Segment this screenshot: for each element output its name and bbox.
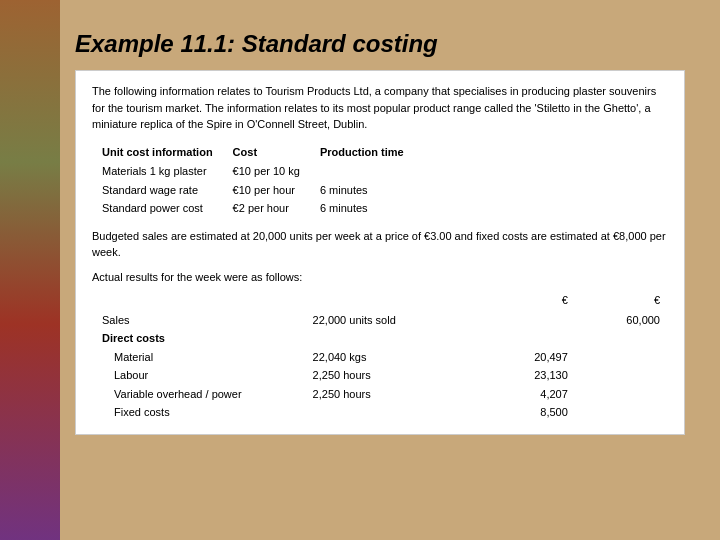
results-row: Direct costs (102, 329, 668, 348)
results-label: Fixed costs (102, 403, 313, 422)
results-qty: 22,040 kgs (313, 348, 484, 367)
results-col2-val (576, 329, 668, 348)
budget-text: Budgeted sales are estimated at 20,000 u… (92, 228, 668, 261)
results-col0 (102, 291, 313, 311)
unit-cost-row: Standard power cost€2 per hour6 minutes (102, 199, 424, 218)
results-col2-val (576, 385, 668, 404)
results-row: Labour2,250 hours23,130 (102, 366, 668, 385)
results-row: Material22,040 kgs20,497 (102, 348, 668, 367)
results-qty: 2,250 hours (313, 385, 484, 404)
uc-row-cost: €10 per 10 kg (233, 162, 320, 181)
results-label: Sales (102, 311, 313, 330)
results-col1 (313, 291, 484, 311)
results-qty: 2,250 hours (313, 366, 484, 385)
results-col2-val (576, 366, 668, 385)
uc-row-cost: €10 per hour (233, 181, 320, 200)
results-col2-header: € (484, 291, 576, 311)
results-col1-val (484, 311, 576, 330)
unit-cost-row: Materials 1 kg plaster€10 per 10 kg (102, 162, 424, 181)
uc-row-time: 6 minutes (320, 199, 424, 218)
results-col2-val (576, 348, 668, 367)
results-col2-val (576, 403, 668, 422)
slide-title: Example 11.1: Standard costing (75, 30, 685, 58)
main-container: Example 11.1: Standard costing The follo… (60, 20, 700, 520)
results-col2-val: 60,000 (576, 311, 668, 330)
results-qty (313, 329, 484, 348)
results-header-row: € € (102, 291, 668, 311)
uc-row-item: Standard power cost (102, 199, 233, 218)
results-label: Material (102, 348, 313, 367)
results-col1-val (484, 329, 576, 348)
uc-header-cost: Cost (233, 143, 320, 163)
uc-header-time: Production time (320, 143, 424, 163)
uc-row-cost: €2 per hour (233, 199, 320, 218)
results-row: Fixed costs8,500 (102, 403, 668, 422)
results-qty (313, 403, 484, 422)
results-table: € € Sales22,000 units sold60,000Direct c… (102, 291, 668, 422)
content-box: The following information relates to Tou… (75, 70, 685, 435)
intro-text: The following information relates to Tou… (92, 83, 668, 133)
results-col1-val: 23,130 (484, 366, 576, 385)
uc-row-time (320, 162, 424, 181)
results-label: Direct costs (102, 329, 313, 348)
actual-results-label: Actual results for the week were as foll… (92, 269, 668, 286)
unit-cost-table: Unit cost information Cost Production ti… (102, 143, 668, 218)
results-col1-val: 20,497 (484, 348, 576, 367)
results-col1-val: 8,500 (484, 403, 576, 422)
results-row: Sales22,000 units sold60,000 (102, 311, 668, 330)
results-label: Labour (102, 366, 313, 385)
uc-row-time: 6 minutes (320, 181, 424, 200)
uc-header-item: Unit cost information (102, 143, 233, 163)
uc-row-item: Standard wage rate (102, 181, 233, 200)
results-col1-val: 4,207 (484, 385, 576, 404)
results-row: Variable overhead / power2,250 hours4,20… (102, 385, 668, 404)
results-qty: 22,000 units sold (313, 311, 484, 330)
unit-cost-row: Standard wage rate€10 per hour6 minutes (102, 181, 424, 200)
results-col3-header: € (576, 291, 668, 311)
results-label: Variable overhead / power (102, 385, 313, 404)
side-decoration (0, 0, 60, 540)
uc-row-item: Materials 1 kg plaster (102, 162, 233, 181)
